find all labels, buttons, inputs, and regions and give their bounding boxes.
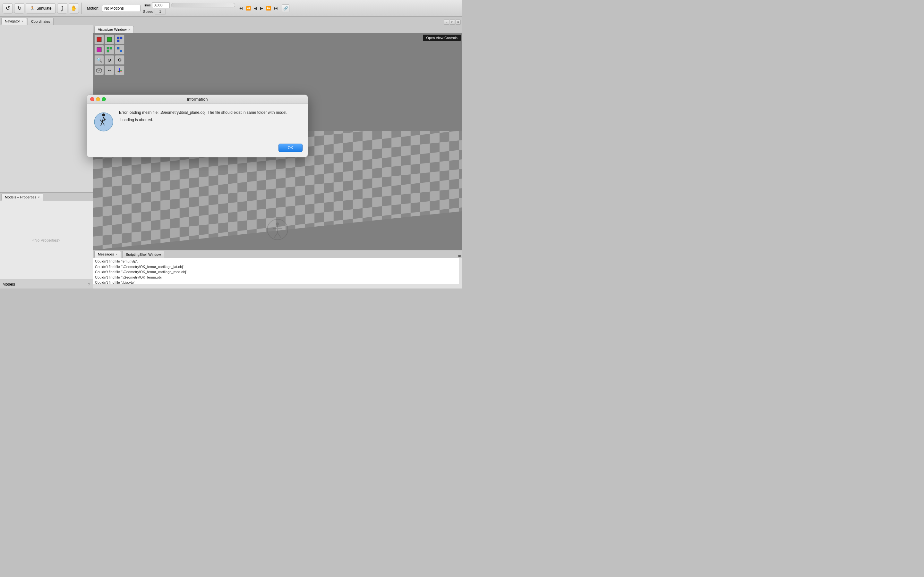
models-bar: Models ? <box>0 279 93 288</box>
dialog-footer: OK <box>87 141 308 157</box>
svg-point-34 <box>102 113 105 116</box>
vis-btn-blue-multi[interactable] <box>115 35 124 44</box>
play-button[interactable]: ▶ <box>259 5 264 11</box>
tab-visualizer[interactable]: Visualizer Window × <box>94 26 134 33</box>
dialog-minimize-button[interactable] <box>96 97 100 101</box>
ok-button[interactable]: OK <box>278 143 302 152</box>
tab-scripting[interactable]: ScriptingShell Window <box>122 251 164 258</box>
tab-ctrl-close[interactable]: × <box>456 19 461 25</box>
models-properties-label: Models – Properties <box>5 195 36 199</box>
motion-label: Motion: <box>87 6 99 11</box>
open-view-controls-button[interactable]: Open View Controls <box>423 35 461 41</box>
separator <box>81 3 82 14</box>
time-slider[interactable] <box>171 3 235 7</box>
message-line: Couldn't find file '.\Geometry\OK_femur_… <box>95 269 457 275</box>
undo-button[interactable]: ↺ <box>3 3 13 13</box>
skip-to-end-button[interactable]: ⏭ <box>273 5 279 11</box>
visualizer-tab-label: Visualizer Window <box>98 27 127 31</box>
vis-btn-target[interactable]: ⊙ <box>105 55 114 65</box>
link-button[interactable]: 🔗 <box>282 5 289 12</box>
svg-rect-17 <box>107 50 109 52</box>
svg-point-19 <box>120 50 122 52</box>
svg-point-28 <box>276 222 279 226</box>
models-properties-close[interactable]: × <box>38 195 40 199</box>
scripting-tab-label: ScriptingShell Window <box>126 253 161 256</box>
svg-rect-11 <box>117 37 120 39</box>
vis-toolbar: 🔍 ⊙ ⚙ ↔ <box>94 35 124 75</box>
messages-expand-icon[interactable]: ⊞ <box>458 254 461 258</box>
navigator-tab-label: Navigator <box>5 19 20 23</box>
vis-btn-3d-box[interactable] <box>94 65 104 75</box>
vis-btn-green-multi[interactable] <box>105 45 114 55</box>
svg-rect-16 <box>110 47 112 49</box>
message-line: Couldn't find file 'tibia.vtp'. <box>95 280 457 284</box>
svg-rect-14 <box>97 47 102 52</box>
visualizer-tab-bar: Visualizer Window × <box>93 25 462 33</box>
figure-icon[interactable] <box>57 3 67 13</box>
dialog-titlebar: Information <box>87 95 308 104</box>
message-line: Couldn't find file '.\Geometry\OK_femur.… <box>95 275 457 280</box>
vis-btn-gear[interactable]: ⚙ <box>115 55 124 65</box>
vis-btn-red-box[interactable] <box>94 35 104 44</box>
svg-line-32 <box>278 233 281 237</box>
navigator-tab-close[interactable]: × <box>21 19 23 23</box>
dialog-title: Information <box>187 97 208 102</box>
messages-hscroll[interactable] <box>93 284 462 288</box>
tab-ctrl-maximize[interactable]: □ <box>450 19 455 25</box>
vis-btn-arrows[interactable]: ↔ <box>105 65 114 75</box>
coordinates-tab-label: Coordinates <box>31 19 50 23</box>
fast-forward-button[interactable]: ⏩ <box>265 5 272 11</box>
tab-coordinates[interactable]: Coordinates <box>27 18 53 25</box>
vis-btn-blue-gear[interactable] <box>115 45 124 55</box>
svg-line-3 <box>61 10 62 11</box>
vis-btn-green-box[interactable] <box>105 35 114 44</box>
redo-button[interactable]: ↻ <box>14 3 24 13</box>
dialog-zoom-button[interactable] <box>102 97 106 101</box>
simulate-button[interactable]: 🏃 Simulate <box>26 3 56 13</box>
frame-back-button[interactable]: ◀ <box>253 5 258 11</box>
tab-ctrl-minimize[interactable]: − <box>444 19 449 25</box>
message-line: Couldn't find file '.\Geometry\OK_femur_… <box>95 264 457 269</box>
svg-line-23 <box>97 69 99 71</box>
time-label: Time <box>143 3 151 7</box>
visualizer-tab-close[interactable]: × <box>128 28 130 31</box>
main-toolbar: ↺ ↻ 🏃 Simulate ✋ Motion: Time Speed <box>0 0 462 17</box>
skip-to-start-button[interactable]: ⏮ <box>238 5 244 11</box>
left-panel: Models – Properties × <No Properties> Mo… <box>0 25 93 288</box>
vis-toolbar-row-1 <box>94 35 124 44</box>
tab-navigator[interactable]: Navigator × <box>1 18 27 25</box>
vis-btn-pink-box[interactable] <box>94 45 104 55</box>
speed-value: 1 <box>159 10 161 13</box>
simulate-icon: 🏃 <box>30 6 35 11</box>
tab-bar-controls: − □ × <box>444 19 461 25</box>
tab-models-properties[interactable]: Models – Properties × <box>1 193 43 201</box>
vis-btn-magnify[interactable]: 🔍 <box>94 55 104 65</box>
messages-tab-close[interactable]: × <box>115 253 118 256</box>
vis-toolbar-row-3: 🔍 ⊙ ⚙ <box>94 55 124 65</box>
motion-dropdown[interactable] <box>102 5 141 12</box>
speed-spinner[interactable]: 1 <box>155 9 166 15</box>
information-dialog: Information Error loading mesh file: .\G… <box>87 95 308 157</box>
models-help-icon[interactable]: ? <box>88 282 90 287</box>
tab-messages[interactable]: Messages × <box>94 251 121 258</box>
playback-controls: ⏮ ⏪ ◀ ▶ ⏩ ⏭ <box>238 5 279 11</box>
messages-scrollbar[interactable] <box>459 258 462 284</box>
svg-line-22 <box>99 69 102 71</box>
vis-watermark <box>266 218 289 243</box>
dialog-close-button[interactable] <box>90 97 94 101</box>
simulate-label: Simulate <box>37 6 52 11</box>
svg-rect-18 <box>117 47 120 49</box>
messages-tab-label: Messages <box>98 252 114 256</box>
left-bottom-panel: Models – Properties × <No Properties> Mo… <box>0 192 93 288</box>
messages-content[interactable]: Couldn't find file 'femur.vtp'.Couldn't … <box>93 258 459 284</box>
dialog-message-line2: Loading is aborted. <box>119 117 301 123</box>
message-line: Couldn't find file 'femur.vtp'. <box>95 259 457 264</box>
time-input[interactable] <box>152 2 170 8</box>
models-label: Models <box>3 282 15 287</box>
vis-btn-axis[interactable] <box>115 65 124 75</box>
vis-toolbar-row-2 <box>94 45 124 55</box>
ok-label: OK <box>288 145 293 150</box>
dialog-text-area: Error loading mesh file: .\Geometry\tibi… <box>119 110 301 135</box>
hand-tool-button[interactable]: ✋ <box>69 3 79 13</box>
step-back-button[interactable]: ⏪ <box>245 5 252 11</box>
